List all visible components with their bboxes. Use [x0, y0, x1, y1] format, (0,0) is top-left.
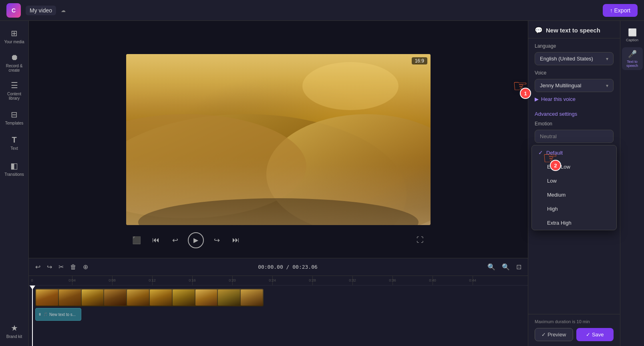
ruler-mark-32: 0:32 [349, 278, 356, 282]
zoom-out-button[interactable]: 🔍 [486, 262, 497, 272]
voice-select[interactable]: Jenny Multilingual ▾ [535, 79, 614, 92]
delete-button[interactable]: 🗑 [68, 262, 78, 272]
add-to-timeline-button[interactable]: ⊕ [81, 262, 90, 272]
pitch-option-default[interactable]: ✓ Default [532, 145, 616, 160]
templates-icon: ⊟ [11, 110, 18, 119]
timeline-toolbar: ↩ ↪ ✂ 🗑 ⊕ 00:00.00 / 00:23.06 🔍 🔍 ⊡ [29, 258, 528, 276]
cut-button[interactable]: ✂ [57, 262, 65, 272]
fit-to-timeline-button[interactable]: ⊡ [515, 262, 523, 272]
preview-check-icon: ✓ [541, 332, 546, 338]
transitions-icon: ◧ [10, 161, 18, 171]
caption-icon: ⬜ [628, 28, 637, 37]
text-track-sound-icon: 🎵 [43, 312, 48, 316]
timeline-area: ↩ ↪ ✂ 🗑 ⊕ 00:00.00 / 00:23.06 🔍 🔍 ⊡ 0 [29, 258, 528, 346]
video-container: 16:9 ⬛ ⏮ ↩ ▶ ↪ ⏭ ⛶ [126, 54, 431, 225]
app-logo: C [6, 3, 21, 18]
sidebar-label-record-create: Record & create [3, 64, 26, 72]
text-track-pause-icon: ⏸ [38, 312, 42, 316]
zoom-in-button[interactable]: 🔍 [500, 262, 511, 272]
ruler-mark-20: 0:20 [229, 278, 236, 282]
panel-title: New text to speech [546, 27, 600, 34]
hear-voice-label: Hear this voice [541, 96, 576, 102]
text-track-label: New text to s... [49, 312, 76, 317]
thumbnail-8 [195, 290, 217, 306]
aspect-ratio-badge: 16:9 [412, 57, 427, 64]
advanced-settings-link[interactable]: Advanced settings [528, 107, 620, 121]
pitch-option-high-label: High [547, 206, 558, 212]
sidebar-item-content-library[interactable]: ☰ Content library [2, 77, 27, 104]
thumbnail-3 [82, 290, 104, 306]
sidebar-item-your-media[interactable]: ⊞ Your media [2, 24, 27, 48]
video-track-segment [35, 289, 264, 306]
video-preview-area: 16:9 ⬛ ⏮ ↩ ▶ ↪ ⏭ ⛶ ? [29, 21, 528, 258]
preview-button[interactable]: ✓ Preview [535, 328, 573, 341]
timeline-scroll[interactable]: ⏸ 🎵 New text to s... [29, 286, 528, 346]
text-to-speech-track[interactable]: ⏸ 🎵 New text to s... [35, 308, 81, 321]
sidebar-item-text[interactable]: T Text [2, 131, 27, 155]
save-check-icon: ✓ [586, 332, 590, 338]
pitch-option-high[interactable]: High [532, 202, 616, 216]
caption-toggle-button[interactable]: ⬛ [130, 234, 143, 247]
language-select[interactable]: English (United States) ▾ [535, 52, 614, 65]
language-value: English (United States) [540, 56, 593, 62]
video-track[interactable] [35, 289, 264, 306]
voice-value: Jenny Multilingual [540, 82, 581, 89]
skip-to-end-button[interactable]: ⏭ [229, 234, 242, 247]
sidebar-item-templates[interactable]: ⊟ Templates [2, 105, 27, 129]
ruler-mark-4: 0:04 [68, 278, 76, 282]
far-right-item-caption[interactable]: ⬜ Caption [622, 24, 643, 46]
pitch-option-default-label: Default [546, 150, 563, 156]
text-icon: T [12, 135, 16, 145]
pitch-option-low[interactable]: Low [532, 174, 616, 188]
emotion-label: Emotion [535, 121, 614, 127]
ruler-mark-28: 0:28 [309, 278, 316, 282]
far-right-item-text-to-speech[interactable]: 🎤 Text to speech [622, 47, 643, 70]
sidebar-label-brand-kit: Brand kit [6, 334, 22, 339]
thumbnail-6 [150, 290, 172, 306]
fullscreen-button[interactable]: ⛶ [414, 234, 427, 247]
undo-button[interactable]: ↩ [34, 262, 42, 272]
text-track-row: ⏸ 🎵 New text to s... [32, 308, 525, 326]
video-controls: ⬛ ⏮ ↩ ▶ ↪ ⏭ ⛶ [126, 228, 431, 252]
sidebar-label-text: Text [10, 146, 18, 151]
pitch-dropdown: ✓ Default Extra Low Low Medium High E [531, 145, 617, 230]
play-circle-icon: ▶ [535, 96, 539, 102]
play-button[interactable]: ▶ [188, 232, 204, 248]
zoom-controls: 🔍 🔍 ⊡ [486, 262, 523, 272]
thumbnail-7 [173, 290, 195, 306]
library-icon: ☰ [11, 80, 18, 90]
project-name[interactable]: My video [26, 6, 56, 15]
pitch-option-medium[interactable]: Medium [532, 188, 616, 202]
record-icon: ⏺ [10, 53, 18, 62]
playhead[interactable] [32, 286, 33, 346]
sidebar-label-transitions: Transitions [4, 172, 24, 177]
forward-button[interactable]: ↪ [210, 234, 223, 247]
hear-voice-button[interactable]: ▶ Hear this voice [535, 96, 614, 102]
redo-button[interactable]: ↪ [45, 262, 54, 272]
far-right-bar: ⬜ Caption 🎤 Text to speech [620, 21, 644, 346]
svg-point-6 [302, 62, 398, 110]
sidebar-item-transitions[interactable]: ◧ Transitions [2, 157, 27, 181]
language-section: Language English (United States) ▾ [528, 38, 620, 70]
save-label: Save [592, 332, 604, 338]
pitch-option-extra-low[interactable]: Extra Low [532, 160, 616, 174]
rewind-button[interactable]: ↩ [169, 234, 181, 247]
center-area: 16:9 ⬛ ⏮ ↩ ▶ ↪ ⏭ ⛶ ? ↩ [29, 21, 528, 346]
pitch-option-extra-high[interactable]: Extra High [532, 216, 616, 230]
grid-icon: ⊞ [11, 28, 18, 38]
voice-section: Voice Jenny Multilingual ▾ ▶ Hear this v… [528, 70, 620, 107]
save-button[interactable]: ✓ Save [576, 328, 614, 341]
skip-to-start-button[interactable]: ⏮ [149, 234, 162, 247]
export-button[interactable]: ↑ Export [603, 4, 638, 17]
video-frame: 16:9 [126, 54, 431, 225]
thumbnail-2 [59, 290, 81, 306]
sidebar-label-content-library: Content library [3, 92, 26, 101]
voice-chevron-icon: ▾ [606, 83, 608, 89]
sidebar-item-brand-kit[interactable]: ★ Brand kit [2, 319, 27, 343]
panel-footer: Maximum duration is 10 min ✓ Preview ✓ S… [528, 314, 620, 346]
timeline-content: 0 0:04 0:08 0:12 0:16 0:20 0:24 0:28 [29, 276, 528, 346]
right-panel: 💬 New text to speech Language English (U… [528, 21, 620, 346]
sidebar-item-record-create[interactable]: ⏺ Record & create [2, 50, 27, 76]
language-label: Language [535, 43, 614, 49]
video-track-row [32, 289, 525, 306]
